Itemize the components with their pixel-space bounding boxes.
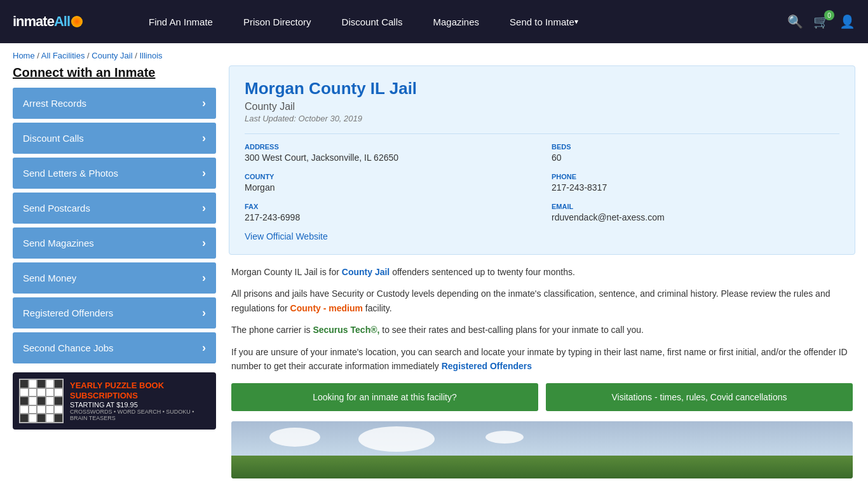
desc-para-4: If you are unsure of your inmate's locat… <box>231 345 853 374</box>
chevron-right-icon: › <box>202 306 206 320</box>
county-value: Morgan <box>245 182 532 193</box>
sidebar-title: Connect with an Inmate <box>13 65 216 80</box>
address-block: ADDRESS 300 West Court, Jacksonville, IL… <box>245 143 532 163</box>
nav-discount-calls[interactable]: Discount Calls <box>327 0 418 43</box>
chevron-right-icon: › <box>202 97 206 110</box>
chevron-right-icon: › <box>202 271 206 285</box>
facility-name: Morgan County IL Jail <box>245 79 839 98</box>
cart-badge: 0 <box>824 10 834 20</box>
chevron-right-icon: › <box>202 201 206 215</box>
sidebar-ad[interactable]: YEARLY PUZZLE BOOK SUBSCRIPTIONS STARTIN… <box>13 372 216 430</box>
facility-type: County Jail <box>245 101 839 112</box>
county-medium-link[interactable]: County - medium <box>290 303 363 313</box>
email-value: rduvendack@net-axess.com <box>552 212 839 222</box>
sidebar-item-send-money[interactable]: Send Money › <box>13 262 216 294</box>
breadcrumb-all-facilities[interactable]: All Facilities <box>41 51 85 60</box>
sidebar-item-discount-calls[interactable]: Discount Calls › <box>13 123 216 154</box>
cloud-1 <box>269 428 320 447</box>
breadcrumb-county-jail[interactable]: County Jail <box>92 51 132 60</box>
content-area: Morgan County IL Jail County Jail Last U… <box>229 65 855 478</box>
securus-link[interactable]: Securus Tech®, <box>313 325 379 335</box>
desc-para-2: All prisons and jails have Security or C… <box>231 287 853 315</box>
breadcrumb-illinois[interactable]: Illinois <box>139 51 162 60</box>
county-block: COUNTY Morgan <box>245 173 532 193</box>
ad-puzzle-image <box>19 379 64 423</box>
logo-icon <box>71 16 83 27</box>
main-nav: Find An Inmate Prison Directory Discount… <box>133 0 787 43</box>
fax-value: 217-243-6998 <box>245 212 532 222</box>
beds-block: BEDS 60 <box>552 143 839 163</box>
registered-offenders-link[interactable]: Registered Offenders <box>442 361 532 371</box>
email-block: EMAIL rduvendack@net-axess.com <box>552 203 839 222</box>
ad-title: YEARLY PUZZLE BOOK SUBSCRIPTIONS <box>70 381 210 400</box>
email-label: EMAIL <box>552 203 839 210</box>
cloud-3 <box>485 431 524 444</box>
address-label: ADDRESS <box>245 143 532 151</box>
user-icon[interactable]: 👤 <box>839 14 855 29</box>
chevron-right-icon: › <box>202 341 206 355</box>
ad-text: YEARLY PUZZLE BOOK SUBSCRIPTIONS STARTIN… <box>70 381 210 421</box>
phone-block: PHONE 217-243-8317 <box>552 173 839 193</box>
facility-updated: Last Updated: October 30, 2019 <box>245 114 839 123</box>
county-label: COUNTY <box>245 173 532 180</box>
nav-send-to-inmate[interactable]: Send to Inmate <box>494 0 593 43</box>
fax-label: FAX <box>245 203 532 210</box>
description-area: Morgan County IL Jail is for County Jail… <box>229 265 855 478</box>
nav-prison-directory[interactable]: Prison Directory <box>228 0 327 43</box>
logo-text: inmateAll <box>13 13 70 30</box>
chevron-right-icon: › <box>202 236 206 250</box>
chevron-right-icon: › <box>202 166 206 180</box>
find-inmate-button[interactable]: Looking for an inmate at this facility? <box>231 383 538 411</box>
phone-value: 217-243-8317 <box>552 182 839 193</box>
visitations-button[interactable]: Visitations - times, rules, Covid cancel… <box>546 383 853 411</box>
fax-block: FAX 217-243-6998 <box>245 203 532 222</box>
facility-info-grid: ADDRESS 300 West Court, Jacksonville, IL… <box>245 133 839 222</box>
desc-para-1: Morgan County IL Jail is for County Jail… <box>231 265 853 279</box>
ad-types: CROSSWORDS • WORD SEARCH • SUDOKU • BRAI… <box>70 409 210 421</box>
address-value: 300 West Court, Jacksonville, IL 62650 <box>245 152 532 163</box>
header-icons: 🔍 🛒 0 👤 <box>787 14 855 29</box>
desc-para-3: The phone carrier is Securus Tech®, to s… <box>231 323 853 337</box>
action-buttons: Looking for an inmate at this facility? … <box>231 383 853 411</box>
breadcrumb-area: Home / All Facilities / County Jail / Il… <box>0 43 868 65</box>
cloud-2 <box>358 426 435 452</box>
sidebar: Connect with an Inmate Arrest Records › … <box>13 65 216 430</box>
phone-label: PHONE <box>552 173 839 180</box>
beds-value: 60 <box>552 152 839 163</box>
sidebar-item-registered-offenders[interactable]: Registered Offenders › <box>13 297 216 329</box>
nav-magazines[interactable]: Magazines <box>417 0 494 43</box>
nav-find-inmate[interactable]: Find An Inmate <box>133 0 228 43</box>
main-layout: Connect with an Inmate Arrest Records › … <box>0 65 868 488</box>
sidebar-item-send-postcards[interactable]: Send Postcards › <box>13 193 216 224</box>
chevron-right-icon: › <box>202 132 206 145</box>
photo-ground <box>231 456 853 478</box>
photo-sky <box>231 421 853 456</box>
breadcrumb: Home / All Facilities / County Jail / Il… <box>13 51 855 60</box>
sidebar-item-send-magazines[interactable]: Send Magazines › <box>13 227 216 259</box>
county-jail-link[interactable]: County Jail <box>342 267 390 277</box>
official-website-link[interactable]: View Official Website <box>245 231 328 241</box>
sidebar-item-send-letters[interactable]: Send Letters & Photos › <box>13 158 216 189</box>
breadcrumb-home[interactable]: Home <box>13 51 35 60</box>
header: inmateAll Find An Inmate Prison Director… <box>0 0 868 43</box>
beds-label: BEDS <box>552 143 839 151</box>
sidebar-item-second-chance-jobs[interactable]: Second Chance Jobs › <box>13 332 216 363</box>
facility-card: Morgan County IL Jail County Jail Last U… <box>229 65 855 255</box>
search-icon[interactable]: 🔍 <box>787 14 803 29</box>
sidebar-item-arrest-records[interactable]: Arrest Records › <box>13 88 216 119</box>
logo[interactable]: inmateAll <box>13 13 114 30</box>
cart-icon[interactable]: 🛒 0 <box>813 14 829 29</box>
facility-photo <box>231 421 853 478</box>
ad-price: STARTING AT $19.95 <box>70 401 210 409</box>
